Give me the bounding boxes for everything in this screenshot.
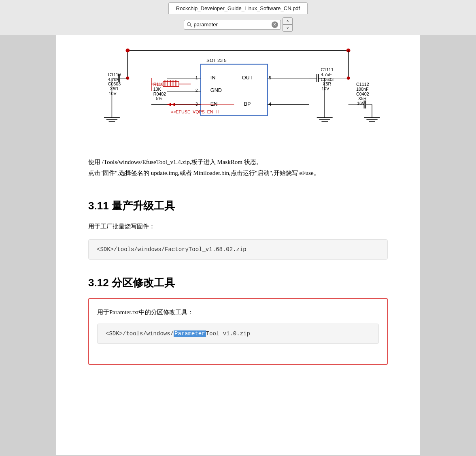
circuit-diagram: SOT 23 5 IN OUT GND EN BP 1 2 3 5 4 R110…	[88, 35, 388, 149]
search-input[interactable]	[194, 21, 270, 28]
section-312-heading: 3.12 分区修改工具	[88, 276, 388, 290]
svg-text:IN: IN	[210, 75, 216, 81]
svg-text:3: 3	[196, 102, 198, 107]
circuit-svg: SOT 23 5 IN OUT GND EN BP 1 2 3 5 4 R110…	[88, 43, 388, 136]
svg-text:10V: 10V	[321, 86, 329, 91]
paragraph-1-line1: 使用 /Tools/windows/EfuseTool_v1.4.zip,板子进…	[88, 157, 388, 168]
paragraph-1: 使用 /Tools/windows/EfuseTool_v1.4.zip,板子进…	[88, 149, 388, 183]
search-container: ✕	[184, 20, 281, 30]
svg-text:X5R: X5R	[110, 86, 119, 91]
section-311-heading: 3.11 量产升级工具	[88, 199, 388, 213]
svg-text:X5R: X5R	[358, 96, 367, 101]
svg-text:««EFUSE_VQPS_EN_H: ««EFUSE_VQPS_EN_H	[171, 109, 219, 114]
search-next-button[interactable]: ∨	[283, 24, 292, 31]
svg-text:C0402: C0402	[356, 92, 369, 96]
svg-text:10V: 10V	[109, 91, 117, 96]
svg-point-48	[126, 49, 130, 53]
svg-text:4: 4	[269, 102, 271, 107]
search-clear-button[interactable]: ✕	[272, 21, 278, 28]
section-311-code: <SDK>/tools/windows/FactoryTool_v1.68.02…	[97, 246, 246, 253]
paragraph-1-line2: 点击"固件",选择签名的 update.img,或者 Miniloader.bi…	[88, 168, 388, 179]
section-311-desc: 用于工厂批量烧写固件：	[88, 221, 388, 232]
title-tab[interactable]: Rockchip_Developer_Guide_Linux_Software_…	[168, 2, 308, 14]
search-icon	[187, 22, 192, 28]
svg-text:C1110: C1110	[108, 72, 121, 77]
search-prev-button[interactable]: ∧	[283, 18, 292, 24]
svg-text:EN: EN	[210, 101, 218, 107]
section-312-code-prefix: <SDK>/tools/windows/	[106, 330, 174, 337]
section-311-code-block: <SDK>/tools/windows/FactoryTool_v1.68.02…	[88, 239, 388, 260]
svg-text:SOT 23 5: SOT 23 5	[206, 58, 227, 63]
svg-text:C1111: C1111	[321, 67, 334, 72]
svg-marker-84	[171, 103, 175, 106]
svg-text:5: 5	[269, 75, 271, 80]
svg-text:R0402: R0402	[153, 92, 166, 96]
section-312-code-suffix: Tool_v1.0.zip	[206, 330, 250, 337]
svg-line-1	[190, 25, 191, 27]
svg-text:100nF: 100nF	[356, 87, 369, 92]
svg-text:5%: 5%	[156, 96, 162, 101]
search-bar: ✕ ∧ ∨	[0, 14, 476, 35]
section-312-code-highlight: Parameter	[174, 330, 206, 337]
svg-text:C1112: C1112	[356, 82, 369, 87]
svg-text:10K: 10K	[153, 87, 162, 92]
svg-text:GND: GND	[210, 87, 222, 93]
svg-text:OUT: OUT	[242, 75, 253, 81]
section-312-desc: 用于Paramter.txt中的分区修改工具：	[97, 307, 379, 318]
title-bar: Rockchip_Developer_Guide_Linux_Software_…	[0, 0, 476, 14]
section-312-code-block: <SDK>/tools/windows/ParameterTool_v1.0.z…	[97, 324, 379, 344]
svg-text:C0603: C0603	[321, 77, 334, 82]
svg-rect-22	[163, 82, 179, 87]
svg-text:1: 1	[196, 75, 198, 80]
section-312-highlighted-box: 用于Paramter.txt中的分区修改工具： <SDK>/tools/wind…	[88, 298, 388, 365]
svg-text:2: 2	[196, 88, 198, 93]
content-area: SOT 23 5 IN OUT GND EN BP 1 2 3 5 4 R110…	[56, 35, 420, 455]
svg-text:4.7uF: 4.7uF	[108, 77, 119, 82]
search-nav-buttons: ∧ ∨	[283, 17, 293, 32]
svg-text:4.7uF: 4.7uF	[321, 72, 332, 77]
svg-marker-83	[167, 103, 171, 106]
svg-text:BP: BP	[244, 101, 251, 107]
svg-text:C0603: C0603	[108, 81, 121, 86]
svg-text:X5R: X5R	[323, 81, 331, 86]
